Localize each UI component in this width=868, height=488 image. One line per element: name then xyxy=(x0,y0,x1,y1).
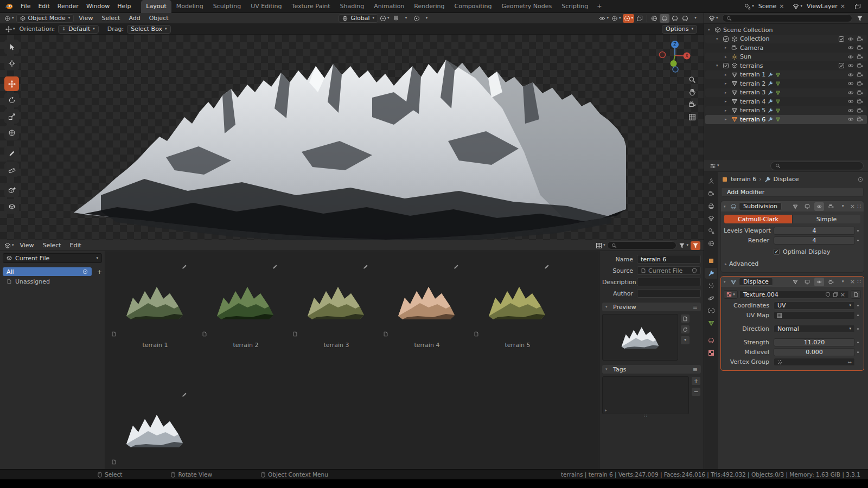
hide-eye-icon[interactable] xyxy=(847,107,854,114)
asset-description-field[interactable] xyxy=(637,278,701,286)
snap-settings-button[interactable]: ▾ xyxy=(401,14,411,23)
viewport-3d[interactable]: Z X ▾ Object Mode▾ View Select Add xyxy=(0,13,704,240)
menu-help[interactable]: Help xyxy=(113,0,135,12)
proportional-editing-icon[interactable] xyxy=(412,14,422,23)
toggle-grid-icon[interactable] xyxy=(688,113,696,121)
edit-mode-toggle-icon[interactable] xyxy=(790,278,800,286)
tab-particles[interactable] xyxy=(705,280,717,291)
collection-checkbox-icon[interactable] xyxy=(838,62,845,69)
edit-asset-icon[interactable] xyxy=(213,264,279,271)
zoom-icon[interactable] xyxy=(688,76,696,84)
tab-animation[interactable]: Animation xyxy=(369,0,409,13)
tool-add-cube[interactable] xyxy=(4,183,19,197)
edit-asset-icon[interactable] xyxy=(303,264,369,271)
tags-section-header[interactable]: ▾Tags≡ xyxy=(602,365,701,374)
show-editmode-toggle-icon[interactable] xyxy=(802,278,812,286)
disable-render-icon[interactable] xyxy=(857,89,863,96)
asset-menu-view[interactable]: View xyxy=(16,242,38,249)
disable-render-icon[interactable] xyxy=(857,54,863,60)
outliner-filter-icon[interactable] xyxy=(855,14,865,23)
new-texture-button[interactable] xyxy=(851,290,861,299)
tab-object-data[interactable] xyxy=(705,318,717,329)
disable-render-icon[interactable] xyxy=(857,98,863,105)
displace-name-field[interactable]: Displace xyxy=(739,278,773,286)
realtime-toggle-icon[interactable] xyxy=(814,278,824,286)
refresh-preview-button[interactable] xyxy=(680,325,690,334)
hide-eye-icon[interactable] xyxy=(847,44,854,51)
tab-view-layer[interactable] xyxy=(705,213,717,224)
remove-modifier-icon[interactable]: × xyxy=(850,203,855,209)
tags-list[interactable]: ▸∷ xyxy=(602,376,689,414)
subdivision-header[interactable]: ▾ Subdivision ▾ × ∷ xyxy=(721,201,864,211)
hide-eye-icon[interactable] xyxy=(847,98,854,105)
tool-select-box[interactable] xyxy=(4,40,19,54)
drag-handle-icon[interactable]: ∷ xyxy=(857,203,861,210)
tab-render[interactable] xyxy=(705,188,717,199)
outliner-row-terrain-5[interactable]: ▸ terrain 5 xyxy=(705,106,867,115)
menu-render[interactable]: Render xyxy=(54,0,82,12)
tool-move[interactable] xyxy=(4,76,19,91)
tab-layout[interactable]: Layout xyxy=(141,0,171,13)
simple-button[interactable]: Simple xyxy=(792,215,860,223)
texture-name-field[interactable]: Texture.004 × xyxy=(739,290,849,299)
duplicate-texture-icon[interactable] xyxy=(833,292,838,297)
add-tag-button[interactable]: + xyxy=(691,376,701,386)
asset-filter-toggle-button[interactable] xyxy=(691,241,700,250)
remove-tag-button[interactable]: − xyxy=(691,387,701,396)
asset-thumbnail[interactable] xyxy=(213,271,278,333)
tab-material[interactable] xyxy=(705,335,717,346)
coordinates-select[interactable]: UV▾ xyxy=(774,301,855,310)
tool-measure[interactable] xyxy=(4,162,19,177)
browse-viewlayer-icon[interactable]: ▾ xyxy=(792,2,803,11)
uv-map-field[interactable] xyxy=(774,311,855,319)
catalog-unassigned[interactable]: Unassigned xyxy=(3,277,102,286)
tool-rotate[interactable] xyxy=(4,93,19,107)
direction-select[interactable]: Normal▾ xyxy=(774,325,855,333)
drag-handle-icon[interactable]: ∷ xyxy=(857,278,861,285)
tab-scripting[interactable]: Scripting xyxy=(557,0,593,13)
hide-eye-icon[interactable] xyxy=(847,62,854,69)
show-gizmo-button[interactable]: ▾ xyxy=(610,14,622,23)
outliner-editor-type-button[interactable]: ▾ xyxy=(707,14,719,23)
hide-eye-icon[interactable] xyxy=(847,116,854,123)
hide-eye-icon[interactable] xyxy=(847,36,854,42)
tab-geometry-nodes[interactable]: Geometry Nodes xyxy=(496,0,557,13)
asset-thumbnail[interactable] xyxy=(484,271,550,333)
edit-asset-icon[interactable] xyxy=(122,264,188,271)
outliner-row-collection[interactable]: ▾ Collection xyxy=(705,35,867,44)
disable-render-icon[interactable] xyxy=(857,44,863,51)
disable-render-icon[interactable] xyxy=(857,107,863,114)
disable-render-icon[interactable] xyxy=(857,62,863,69)
menu-edit[interactable]: Edit xyxy=(34,0,53,12)
tab-scene[interactable] xyxy=(705,226,717,236)
viewport-menu-add[interactable]: Add xyxy=(125,15,144,22)
outliner-row-terrain-3[interactable]: ▸ terrain 3 xyxy=(705,88,867,98)
disable-render-icon[interactable] xyxy=(857,72,863,78)
edit-asset-icon[interactable] xyxy=(122,392,188,399)
tool-extra[interactable] xyxy=(4,199,19,214)
preview-options-button[interactable]: ▾ xyxy=(680,336,690,345)
show-overlays-button[interactable]: ▾ xyxy=(623,14,635,23)
tab-output[interactable] xyxy=(705,201,717,211)
snap-magnet-icon[interactable] xyxy=(391,14,401,23)
shading-dropdown-button[interactable]: ▾ xyxy=(691,14,700,23)
asset-card-terrain-1[interactable]: terrain 1 xyxy=(122,264,188,349)
disable-render-icon[interactable] xyxy=(857,80,863,87)
asset-card-terrain-6[interactable]: terrain 6 xyxy=(122,392,188,477)
edit-mode-toggle-icon[interactable] xyxy=(790,202,800,211)
outliner-row-terrain-2[interactable]: ▸ terrain 2 xyxy=(705,79,867,88)
browse-texture-button[interactable]: ▾ xyxy=(724,290,738,299)
hide-eye-icon[interactable] xyxy=(847,89,854,96)
pin-id-icon[interactable] xyxy=(858,177,863,182)
asset-thumbnail[interactable] xyxy=(394,271,459,333)
viewport-menu-select[interactable]: Select xyxy=(98,15,124,22)
tab-modeling[interactable]: Modeling xyxy=(171,0,208,13)
tab-texture-paint[interactable]: Texture Paint xyxy=(287,0,335,13)
browse-scene-icon[interactable]: ▾ xyxy=(743,2,755,11)
asset-card-terrain-2[interactable]: terrain 2 xyxy=(213,264,279,349)
asset-card-terrain-4[interactable]: terrain 4 xyxy=(394,264,460,349)
displace-header[interactable]: ▾ Displace ▾ × ∷ xyxy=(721,277,864,287)
tab-shading[interactable]: Shading xyxy=(335,0,369,13)
toggle-xray-icon[interactable] xyxy=(635,14,644,23)
asset-menu-edit[interactable]: Edit xyxy=(66,242,85,249)
